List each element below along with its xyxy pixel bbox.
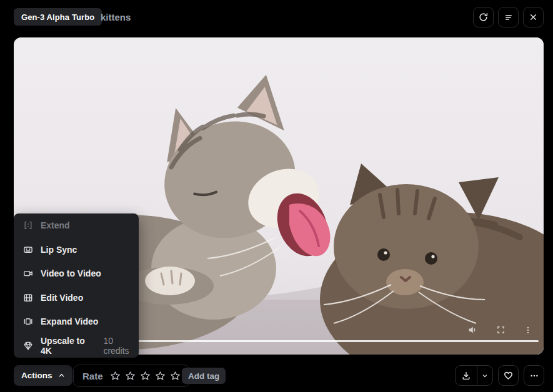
lip-sync-icon <box>23 245 33 255</box>
star-icon[interactable] <box>140 371 151 381</box>
extend-icon <box>23 220 33 230</box>
download-button[interactable] <box>456 366 477 385</box>
menu-item-label: Edit Video <box>41 293 83 303</box>
menu-item-upscale-4k[interactable]: Upscale to 4K 10 credits <box>14 334 139 358</box>
menu-item-label: Extend <box>41 220 70 230</box>
rerun-button[interactable] <box>473 7 494 27</box>
add-tag-button[interactable]: Add tag <box>182 368 226 384</box>
menu-item-video-to-video[interactable]: Video to Video <box>14 262 139 286</box>
session-details-button[interactable] <box>498 7 519 27</box>
refresh-icon <box>478 12 489 22</box>
header-actions <box>473 7 544 27</box>
close-icon <box>529 12 538 22</box>
download-options-button[interactable] <box>477 366 492 385</box>
video-to-video-icon <box>23 268 33 278</box>
star-icon[interactable] <box>155 371 166 381</box>
heart-icon <box>503 370 514 381</box>
expand-video-icon <box>23 316 33 326</box>
more-options-button[interactable] <box>524 365 544 386</box>
fullscreen-icon[interactable] <box>496 325 506 335</box>
upscale-icon <box>23 341 33 351</box>
star-rating <box>110 371 181 381</box>
star-icon[interactable] <box>170 371 181 381</box>
star-icon[interactable] <box>110 371 121 381</box>
player-controls <box>467 325 532 335</box>
chevron-up-icon <box>58 372 65 379</box>
menu-item-extend[interactable]: Extend <box>14 213 139 238</box>
download-split-button <box>455 365 493 386</box>
actions-menu: Extend Lip Sync Video to Video <box>14 213 139 358</box>
menu-item-label: Expand Video <box>41 316 98 326</box>
menu-item-label: Upscale to 4K <box>41 336 94 356</box>
menu-item-edit-video[interactable]: Edit Video <box>14 286 139 310</box>
credits-badge: 10 credits <box>103 336 139 356</box>
close-button[interactable] <box>523 7 544 27</box>
chevron-down-icon <box>481 372 489 380</box>
ellipsis-icon <box>529 371 539 381</box>
favorite-button[interactable] <box>498 365 519 386</box>
list-icon <box>504 12 514 22</box>
rate-label: Rate <box>82 371 103 381</box>
session-title: kittens <box>101 8 131 26</box>
menu-item-label: Lip Sync <box>41 245 77 255</box>
actions-button-label: Actions <box>21 371 52 380</box>
star-icon[interactable] <box>125 371 136 381</box>
edit-video-icon <box>23 293 33 303</box>
volume-icon[interactable] <box>467 325 478 335</box>
menu-item-expand-video[interactable]: Expand Video <box>14 310 139 334</box>
model-badge[interactable]: Gen-3 Alpha Turbo <box>14 8 102 26</box>
kebab-icon[interactable] <box>524 326 532 335</box>
menu-item-label: Video to Video <box>41 268 101 278</box>
actions-button[interactable]: Actions <box>14 365 72 386</box>
menu-item-lip-sync[interactable]: Lip Sync <box>14 238 139 262</box>
rate-group: Rate <box>73 365 190 387</box>
download-icon <box>461 371 471 381</box>
footer-right-actions <box>455 365 544 386</box>
